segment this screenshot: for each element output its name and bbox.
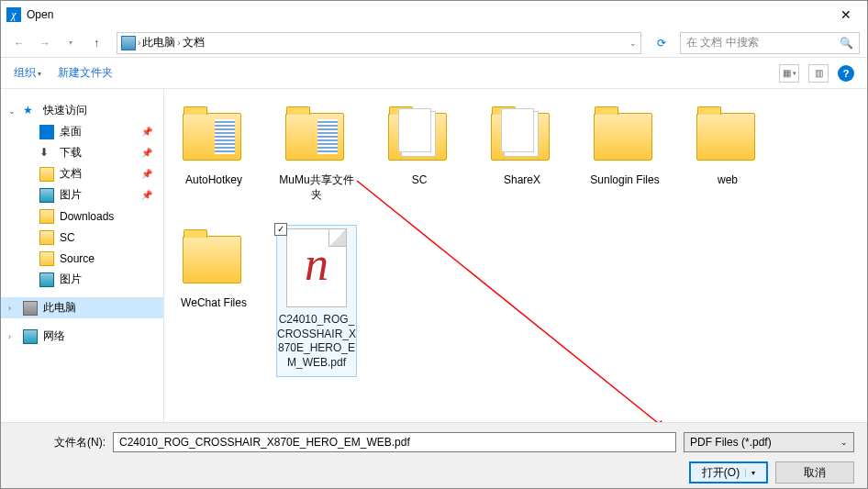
file-view[interactable]: AutoHotkeyMuMu共享文件夹SCShareXSunlogin File… (164, 89, 867, 450)
file-item-folder[interactable]: SC (377, 100, 462, 219)
pin-icon: 📌 (141, 148, 152, 158)
chevron-down-icon: ⌄ (840, 438, 848, 447)
sidebar-downloads-en[interactable]: Downloads (1, 206, 163, 227)
folder-icon (183, 228, 245, 291)
chevron-right-icon: › (177, 38, 180, 48)
file-item-folder[interactable]: Sunlogin Files (583, 100, 667, 219)
newfolder-button[interactable]: 新建文件夹 (58, 65, 113, 81)
pc-icon (121, 36, 136, 50)
search-placeholder: 在 文档 中搜索 (686, 35, 759, 50)
file-label: ShareX (502, 173, 542, 188)
file-label: MuMu共享文件夹 (274, 173, 359, 202)
folder-icon (39, 251, 54, 266)
file-label: Sunlogin Files (588, 173, 661, 188)
sidebar-this-pc[interactable]: ›此电脑 (1, 297, 163, 318)
file-item-pdf[interactable]: ✓nC24010_ROG_CROSSHAIR_X870E_HERO_EM_WEB… (274, 223, 359, 379)
sidebar-sc[interactable]: SC (1, 227, 163, 248)
chevron-right-icon: › (138, 38, 140, 48)
folder-icon (183, 106, 245, 168)
filetype-select[interactable]: PDF Files (*.pdf)⌄ (684, 432, 854, 452)
pc-icon (23, 301, 38, 316)
folder-icon (696, 106, 759, 168)
titlebar: χ Open ✕ (1, 1, 867, 28)
toolbar: 组织▾ 新建文件夹 ▦▾ ▥ ? (1, 58, 867, 89)
breadcrumb-pc[interactable]: 此电脑 (142, 35, 175, 50)
folder-icon (285, 106, 348, 168)
forward-button[interactable]: → (34, 32, 56, 54)
sidebar-network[interactable]: ›网络 (1, 326, 163, 347)
file-label: AutoHotkey (184, 173, 244, 188)
folder-icon (39, 209, 54, 224)
sidebar-docs[interactable]: 文档📌 (1, 163, 163, 184)
app-icon: χ (6, 7, 21, 22)
preview-button[interactable]: ▥ (808, 64, 829, 83)
pin-icon: 📌 (141, 127, 152, 137)
file-label: WeChat Files (179, 296, 249, 311)
open-button[interactable]: 打开(O)▾ (689, 461, 768, 483)
pictures-icon (39, 272, 54, 287)
filename-input[interactable] (113, 432, 676, 452)
sidebar-desktop[interactable]: 桌面📌 (1, 121, 163, 142)
help-button[interactable]: ? (838, 65, 854, 82)
breadcrumb-loc[interactable]: 文档 (183, 35, 205, 50)
file-label: web (716, 173, 740, 188)
pin-icon: 📌 (141, 169, 152, 179)
breadcrumb[interactable]: › 此电脑 › 文档 ⌄ (117, 32, 641, 54)
network-icon (23, 329, 38, 344)
filename-label: 文件名(N): (14, 435, 106, 450)
folder-icon (388, 106, 451, 168)
sidebar: ⌄★快速访问 桌面📌 ⬇下载📌 文档📌 图片📌 Downloads SC Sou… (1, 89, 164, 450)
folder-icon (39, 230, 54, 245)
search-icon: 🔍 (840, 37, 853, 50)
pictures-icon (39, 188, 54, 203)
up-button[interactable]: ↑ (85, 32, 107, 54)
file-item-folder[interactable]: AutoHotkey (172, 100, 256, 219)
file-item-folder[interactable]: web (685, 100, 770, 219)
star-icon: ★ (23, 104, 38, 118)
nav-bar: ← → ▾ ↑ › 此电脑 › 文档 ⌄ ⟳ 在 文档 中搜索 🔍 (1, 28, 867, 58)
view-button[interactable]: ▦▾ (779, 64, 799, 83)
sidebar-downloads-cn[interactable]: ⬇下载📌 (1, 142, 163, 163)
footer: 文件名(N): PDF Files (*.pdf)⌄ 打开(O)▾ 取消 (1, 422, 867, 488)
folder-icon (594, 106, 656, 168)
file-label: SC (410, 173, 429, 188)
file-item-folder[interactable]: ShareX (480, 100, 564, 219)
recent-dropdown[interactable]: ▾ (60, 32, 82, 54)
sidebar-pics2[interactable]: 图片 (1, 269, 163, 290)
pin-icon: 📌 (141, 190, 152, 200)
file-item-folder[interactable]: MuMu共享文件夹 (274, 100, 359, 219)
sidebar-quick-access[interactable]: ⌄★快速访问 (1, 100, 163, 121)
breadcrumb-dropdown[interactable]: ⌄ (629, 39, 637, 48)
back-button[interactable]: ← (8, 32, 30, 54)
folder-icon (491, 106, 553, 168)
search-input[interactable]: 在 文档 中搜索 🔍 (680, 32, 860, 54)
download-icon: ⬇ (39, 146, 54, 161)
refresh-button[interactable]: ⟳ (651, 32, 673, 54)
pdf-icon: n (286, 228, 347, 307)
document-icon (39, 167, 54, 182)
sidebar-pics[interactable]: 图片📌 (1, 184, 163, 206)
sidebar-source[interactable]: Source (1, 248, 163, 269)
file-item-folder[interactable]: WeChat Files (172, 223, 256, 342)
cancel-button[interactable]: 取消 (775, 461, 854, 483)
close-button[interactable]: ✕ (825, 1, 867, 28)
desktop-icon (39, 125, 54, 139)
window-title: Open (27, 8, 825, 21)
organize-button[interactable]: 组织▾ (14, 65, 41, 81)
